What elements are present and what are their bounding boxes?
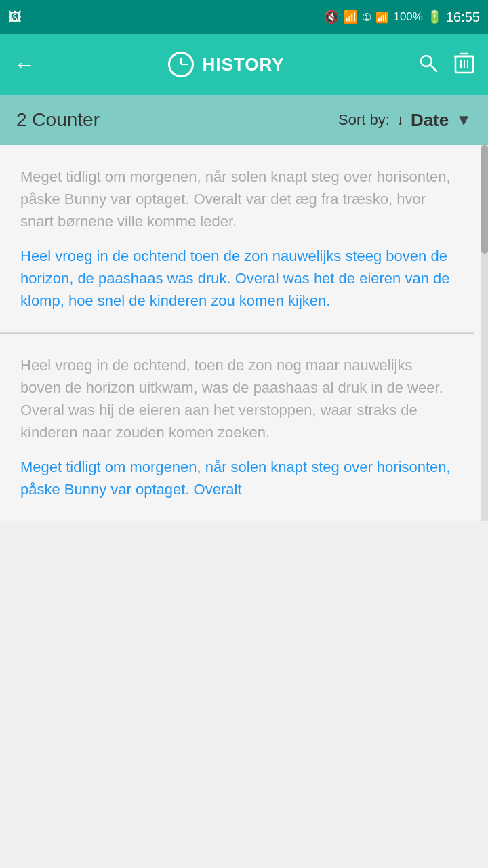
item-1-blue-text[interactable]: Heel vroeg in de ochtend toen de zon nau… xyxy=(20,245,454,312)
scrollbar[interactable] xyxy=(481,145,488,521)
sort-bar: 2 Counter Sort by: ↓ Date ▼ xyxy=(0,95,488,145)
sort-controls[interactable]: Sort by: ↓ Date ▼ xyxy=(338,110,472,131)
item-1-gray-text: Meget tidligt om morgenen, når solen kna… xyxy=(20,165,454,233)
toolbar: ← HISTORY xyxy=(0,34,488,95)
back-button[interactable]: ← xyxy=(14,52,35,77)
delete-button[interactable] xyxy=(454,51,474,79)
scrollbar-thumb[interactable] xyxy=(481,145,488,254)
search-button[interactable] xyxy=(418,52,438,77)
wifi-icon: 📶 xyxy=(343,9,358,24)
sort-by-label: Sort by: xyxy=(338,111,390,129)
svg-line-1 xyxy=(430,65,436,71)
time: 16:55 xyxy=(446,9,480,25)
mute-icon: 🔇 xyxy=(324,9,339,24)
sort-direction-icon: ↓ xyxy=(396,111,404,129)
clock-icon xyxy=(168,52,194,77)
sort-dropdown-icon[interactable]: ▼ xyxy=(455,111,472,130)
status-left: 🖼 xyxy=(8,9,22,25)
item-2-blue-text[interactable]: Meget tidligt om morgenen, når solen kna… xyxy=(20,456,454,500)
battery-icon: 🔋 xyxy=(427,9,442,24)
history-item: Meget tidligt om morgenen, når solen kna… xyxy=(0,145,474,333)
status-bar: 🖼 🔇 📶 ① 📶 100% 🔋 16:55 xyxy=(0,0,488,34)
toolbar-title: HISTORY xyxy=(202,54,284,75)
content-area: Meget tidligt om morgenen, når solen kna… xyxy=(0,145,488,521)
screenshot-icon: 🖼 xyxy=(8,9,22,25)
status-right: 🔇 📶 ① 📶 100% 🔋 16:55 xyxy=(324,9,480,25)
battery-percent: 100% xyxy=(393,10,422,24)
signal-bars: 📶 xyxy=(375,11,389,24)
history-item: Heel vroeg in de ochtend, toen de zon no… xyxy=(0,333,474,521)
item-2-gray-text: Heel vroeg in de ochtend, toen de zon no… xyxy=(20,354,454,443)
counter-label: 2 Counter xyxy=(16,109,100,131)
sort-value: Date xyxy=(411,110,449,131)
sim-icon: ① xyxy=(362,11,371,24)
toolbar-center: HISTORY xyxy=(168,52,284,77)
